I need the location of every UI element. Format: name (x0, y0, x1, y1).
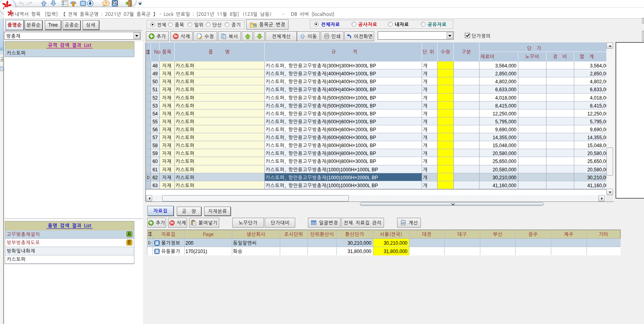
svg-text:?: ? (105, 1, 107, 5)
